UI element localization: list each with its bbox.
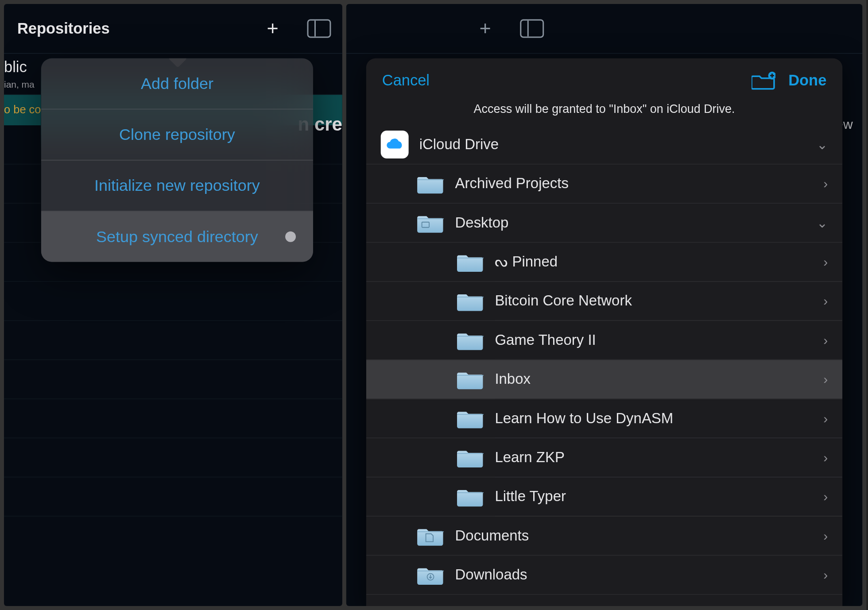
toggle-sidebar-button[interactable] bbox=[508, 4, 555, 53]
folder-icon bbox=[417, 172, 445, 195]
access-message: Access will be granted to "Inbox" on iCl… bbox=[366, 102, 842, 125]
plus-icon bbox=[480, 17, 491, 40]
cancel-button[interactable]: Cancel bbox=[382, 71, 430, 89]
folder-icon bbox=[417, 212, 445, 234]
folder-label: Archived Projects bbox=[455, 175, 813, 192]
menu-item-add-folder[interactable]: Add folder bbox=[41, 58, 313, 109]
chevron-right-icon: › bbox=[823, 528, 828, 543]
folder-picker-sheet: Cancel Done Access will be granted to "I… bbox=[366, 58, 842, 606]
folder-label: Downloads bbox=[455, 566, 813, 583]
folder-icon bbox=[457, 446, 484, 469]
folder-row-downloads[interactable]: Downloads› bbox=[366, 556, 842, 595]
menu-label: Clone repository bbox=[119, 125, 235, 144]
folder-label: Learn ZKP bbox=[495, 449, 813, 466]
sidebar-title: Repositories bbox=[17, 19, 249, 37]
list-item[interactable] bbox=[4, 282, 342, 321]
chevron-right-icon: › bbox=[823, 567, 828, 582]
right-toolbar bbox=[346, 4, 862, 54]
new-folder-icon bbox=[751, 70, 775, 90]
left-pane: Repositories blic ian, ma o be co bbox=[4, 4, 342, 606]
chevron-right-icon: › bbox=[823, 293, 828, 309]
sidebar-icon bbox=[307, 19, 331, 38]
status-text-fragment: o be co bbox=[4, 104, 41, 117]
done-button[interactable]: Done bbox=[788, 71, 826, 89]
menu-label: Initialize new repository bbox=[94, 176, 260, 195]
list-item[interactable] bbox=[4, 360, 342, 399]
menu-item-initialize-repository[interactable]: Initialize new repository bbox=[41, 160, 313, 211]
folder-row-game-theory-ii[interactable]: Game Theory II› bbox=[366, 321, 842, 360]
chevron-right-icon: › bbox=[823, 332, 828, 347]
folder-label: Little Typer bbox=[495, 488, 813, 505]
list-item[interactable] bbox=[4, 321, 342, 360]
add-button[interactable] bbox=[462, 4, 508, 53]
folder-icon bbox=[457, 290, 484, 313]
toggle-sidebar-button[interactable] bbox=[296, 4, 342, 53]
new-folder-button[interactable] bbox=[751, 70, 775, 90]
folder-row-archived-projects[interactable]: Archived Projects› bbox=[366, 164, 842, 203]
chevron-right-icon: › bbox=[823, 489, 828, 504]
folder-label: Game Theory II bbox=[495, 332, 813, 349]
chevron-right-icon: › bbox=[823, 254, 828, 269]
left-toolbar: Repositories bbox=[4, 4, 342, 54]
chevron-right-icon: › bbox=[823, 450, 828, 465]
folder-icon bbox=[457, 485, 484, 508]
folder-icon bbox=[457, 251, 484, 273]
chevron-down-icon: ⌄ bbox=[817, 137, 828, 153]
chevron-down-icon: ⌄ bbox=[817, 215, 828, 231]
folder-row-bitcoin-core-network[interactable]: Bitcoin Core Network› bbox=[366, 282, 842, 321]
folder-icon bbox=[457, 368, 484, 390]
folder-label: iCloud Drive bbox=[419, 136, 806, 153]
sidebar-icon bbox=[520, 19, 544, 38]
folder-row-learn-zkp[interactable]: Learn ZKP› bbox=[366, 438, 842, 477]
folder-icon bbox=[417, 525, 445, 547]
folder-row-learn-how-to-use-dynasm[interactable]: Learn How to Use DynASM› bbox=[366, 399, 842, 438]
add-repository-button[interactable] bbox=[249, 4, 296, 53]
folder-row-desktop[interactable]: Desktop⌄ bbox=[366, 204, 842, 243]
cursor-indicator-icon bbox=[285, 232, 296, 242]
folder-icon bbox=[457, 407, 484, 430]
plus-icon bbox=[267, 17, 278, 40]
list-item[interactable] bbox=[4, 477, 342, 516]
list-item[interactable] bbox=[4, 438, 342, 477]
folder-icon bbox=[417, 564, 445, 586]
folder-label: Desktop bbox=[455, 214, 806, 232]
sheet-toolbar: Cancel Done bbox=[366, 58, 842, 102]
folder-label: ᔓ Pinned bbox=[495, 253, 813, 270]
folder-icon bbox=[457, 329, 484, 351]
menu-item-clone-repository[interactable]: Clone repository bbox=[41, 109, 313, 160]
right-pane: ed ew Cancel Done Access will be granted… bbox=[346, 4, 862, 606]
menu-label: Add folder bbox=[141, 74, 213, 93]
folder-tree: iCloud Drive⌄Archived Projects›Desktop⌄ᔓ… bbox=[366, 125, 842, 606]
folder-label: Inbox bbox=[495, 371, 813, 388]
chevron-right-icon: › bbox=[823, 372, 828, 387]
list-item[interactable] bbox=[4, 399, 342, 438]
add-repository-popover: Add folder Clone repository Initialize n… bbox=[41, 58, 313, 262]
folder-label: Bitcoin Core Network bbox=[495, 293, 813, 310]
folder-label: Learn How to Use DynASM bbox=[495, 410, 813, 427]
menu-item-setup-synced-directory[interactable]: Setup synced directory bbox=[41, 212, 313, 262]
folder-label: Documents bbox=[455, 527, 813, 544]
menu-label: Setup synced directory bbox=[96, 228, 258, 246]
folder-row-documents[interactable]: Documents› bbox=[366, 517, 842, 556]
folder-row--pinned[interactable]: ᔓ Pinned› bbox=[366, 243, 842, 282]
folder-row-icloud-drive[interactable]: iCloud Drive⌄ bbox=[366, 125, 842, 164]
chevron-right-icon: › bbox=[823, 176, 828, 191]
chevron-right-icon: › bbox=[823, 411, 828, 426]
folder-row-little-typer[interactable]: Little Typer› bbox=[366, 477, 842, 516]
folder-row-inbox[interactable]: Inbox› bbox=[366, 360, 842, 399]
